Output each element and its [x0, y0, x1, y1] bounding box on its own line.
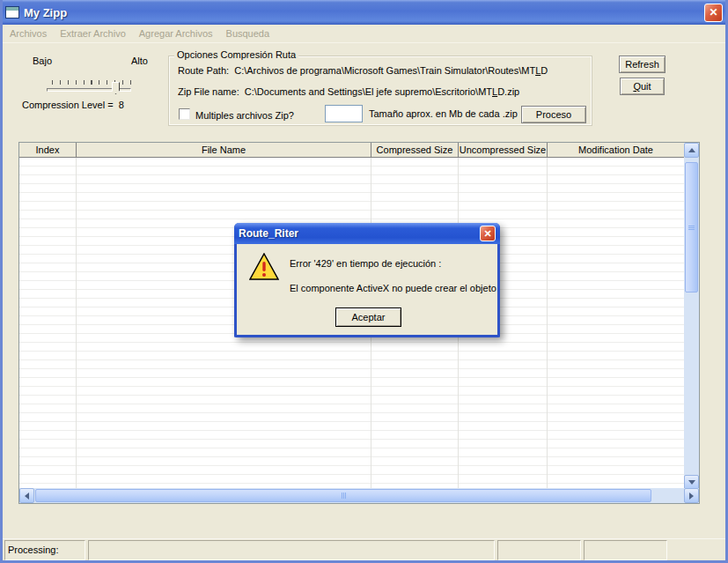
menu-bar: Archivos Extraer Archivo Agregar Archivo…	[3, 25, 725, 43]
status-processing: Processing:	[4, 540, 85, 560]
scroll-left-icon[interactable]	[19, 488, 34, 503]
zip-size-input[interactable]	[325, 105, 363, 122]
route-path-label: Route Path:	[178, 65, 234, 76]
warning-icon	[249, 253, 279, 285]
dialog-title-bar[interactable]: Route_Riter ✕	[234, 223, 500, 244]
multiple-zip-label: Multiples archivos Zip?	[195, 110, 294, 121]
status-panel-2	[88, 540, 495, 560]
horizontal-scrollbar[interactable]	[19, 488, 699, 503]
horizontal-scroll-thumb[interactable]	[35, 489, 651, 502]
window-title: My Zipp	[24, 6, 704, 19]
vertical-scrollbar[interactable]	[684, 143, 699, 490]
grid-column-divider	[76, 158, 77, 488]
slider-thumb[interactable]	[112, 82, 120, 94]
grid-header-row: Index File Name Compressed Size Uncompre…	[19, 143, 684, 158]
scroll-up-icon[interactable]	[684, 143, 699, 158]
header-modification-date: Modification Date	[548, 143, 684, 157]
zip-file-label: Zip File name:	[178, 86, 245, 97]
multiple-zip-checkbox[interactable]	[179, 108, 190, 120]
menu-item-agregar-archivos[interactable]: Agregar Archivos	[139, 28, 213, 39]
slider-low-label: Bajo	[33, 56, 52, 66]
zip-file-line: Zip File name: C:\Documents and Settings…	[178, 86, 519, 97]
close-icon[interactable]: ✕	[704, 4, 723, 22]
route-path-line: Route Path: C:\Archivos de programa\Micr…	[178, 65, 548, 76]
header-index: Index	[19, 143, 77, 157]
title-bar[interactable]: My Zipp ✕	[0, 0, 728, 25]
status-bar: Processing:	[3, 538, 725, 560]
aceptar-button[interactable]: Aceptar	[335, 307, 401, 327]
zip-file-value: C:\Documents and Settings\El jefe suprem…	[245, 86, 519, 97]
status-panel-4	[584, 540, 667, 560]
menu-item-busqueda[interactable]: Busqueda	[226, 28, 270, 39]
error-line-1: Error '429' en tiempo de ejecución :	[290, 258, 441, 269]
scroll-right-icon[interactable]	[684, 488, 699, 503]
app-window: My Zipp ✕ Archivos Extraer Archivo Agreg…	[0, 0, 728, 563]
grid-column-divider	[547, 158, 548, 488]
app-icon	[5, 6, 19, 19]
status-panel-3	[497, 540, 581, 560]
header-uncompressed-size: Uncompressed Size	[459, 143, 548, 157]
slider-high-label: Alto	[131, 56, 148, 66]
dialog-close-icon[interactable]: ✕	[480, 226, 496, 241]
error-dialog: Route_Riter ✕ Error '429' en tiempo de e…	[234, 223, 500, 337]
error-line-2: El componente ActiveX no puede crear el …	[290, 283, 496, 293]
dialog-title: Route_Riter	[239, 227, 480, 240]
menu-item-archivos[interactable]: Archivos	[10, 28, 47, 39]
options-group: Opciones Compresión Ruta Route Path: C:\…	[168, 56, 592, 126]
header-compressed-size: Compressed Size	[371, 143, 459, 157]
compression-level-text: Compression Level = 8	[22, 100, 124, 110]
route-path-value: C:\Archivos de programa\Microsoft Games\…	[234, 65, 548, 76]
refresh-button[interactable]: Refresh	[619, 56, 665, 73]
zip-size-hint: Tamaño aprox. en Mb de cada .zip	[369, 108, 518, 119]
menu-item-extraer-archivo[interactable]: Extraer Archivo	[60, 28, 126, 39]
quit-button[interactable]: Quit	[620, 78, 665, 95]
header-file-name: File Name	[77, 143, 371, 157]
vertical-scroll-thumb[interactable]	[685, 162, 698, 293]
options-group-title: Opciones Compresión Ruta	[174, 49, 298, 60]
proceso-button[interactable]: Proceso	[521, 106, 586, 123]
